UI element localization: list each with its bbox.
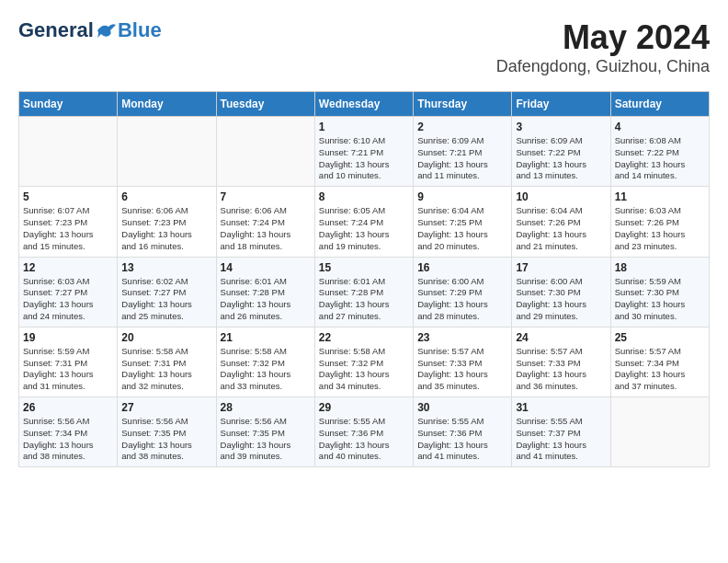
calendar-cell: 24Sunrise: 5:57 AM Sunset: 7:33 PM Dayli… <box>512 327 610 396</box>
cell-info: Sunrise: 5:59 AM Sunset: 7:30 PM Dayligh… <box>615 276 705 323</box>
day-number: 15 <box>319 261 409 274</box>
calendar-cell: 5Sunrise: 6:07 AM Sunset: 7:23 PM Daylig… <box>19 187 118 257</box>
day-number: 7 <box>221 190 311 203</box>
calendar-cell: 10Sunrise: 6:04 AM Sunset: 7:26 PM Dayli… <box>512 187 610 257</box>
day-number: 4 <box>615 121 705 133</box>
calendar-cell: 6Sunrise: 6:06 AM Sunset: 7:23 PM Daylig… <box>118 187 216 257</box>
calendar-cell: 17Sunrise: 6:00 AM Sunset: 7:30 PM Dayli… <box>512 257 610 327</box>
cell-info: Sunrise: 6:01 AM Sunset: 7:28 PM Dayligh… <box>221 276 311 323</box>
weekday-header-saturday: Saturday <box>610 92 709 117</box>
day-number: 16 <box>417 261 507 274</box>
calendar-cell: 1Sunrise: 6:10 AM Sunset: 7:21 PM Daylig… <box>314 117 413 187</box>
day-number: 26 <box>23 401 113 414</box>
day-number: 28 <box>221 401 311 414</box>
calendar-cell: 20Sunrise: 5:58 AM Sunset: 7:31 PM Dayli… <box>118 327 216 396</box>
cell-info: Sunrise: 5:57 AM Sunset: 7:33 PM Dayligh… <box>516 346 606 393</box>
cell-info: Sunrise: 5:59 AM Sunset: 7:31 PM Dayligh… <box>23 346 113 393</box>
calendar-cell: 4Sunrise: 6:08 AM Sunset: 7:22 PM Daylig… <box>610 117 709 187</box>
logo: General Blue <box>18 18 162 42</box>
cell-info: Sunrise: 6:08 AM Sunset: 7:22 PM Dayligh… <box>615 135 705 182</box>
calendar-title: May 2024 <box>496 18 710 57</box>
cell-info: Sunrise: 5:56 AM Sunset: 7:35 PM Dayligh… <box>121 416 211 463</box>
day-number: 3 <box>516 121 606 133</box>
calendar-week-row: 12Sunrise: 6:03 AM Sunset: 7:27 PM Dayli… <box>19 257 710 327</box>
calendar-cell: 12Sunrise: 6:03 AM Sunset: 7:27 PM Dayli… <box>19 257 118 327</box>
weekday-header-wednesday: Wednesday <box>314 92 413 117</box>
calendar-cell: 18Sunrise: 5:59 AM Sunset: 7:30 PM Dayli… <box>610 257 709 327</box>
weekday-header-friday: Friday <box>512 92 610 117</box>
calendar-cell: 27Sunrise: 5:56 AM Sunset: 7:35 PM Dayli… <box>118 397 216 467</box>
calendar-cell: 22Sunrise: 5:58 AM Sunset: 7:32 PM Dayli… <box>314 327 413 396</box>
cell-info: Sunrise: 5:55 AM Sunset: 7:36 PM Dayligh… <box>319 416 409 463</box>
calendar-cell: 13Sunrise: 6:02 AM Sunset: 7:27 PM Dayli… <box>118 257 216 327</box>
logo-general-text: General <box>18 18 94 42</box>
cell-info: Sunrise: 6:04 AM Sunset: 7:25 PM Dayligh… <box>417 205 507 252</box>
calendar-location: Dafengdong, Guizhou, China <box>496 57 710 76</box>
day-number: 19 <box>23 331 113 344</box>
calendar-week-row: 19Sunrise: 5:59 AM Sunset: 7:31 PM Dayli… <box>19 327 710 396</box>
day-number: 17 <box>516 261 606 274</box>
cell-info: Sunrise: 6:10 AM Sunset: 7:21 PM Dayligh… <box>319 135 409 182</box>
calendar-cell: 3Sunrise: 6:09 AM Sunset: 7:22 PM Daylig… <box>512 117 610 187</box>
day-number: 13 <box>121 261 211 274</box>
calendar-cell: 11Sunrise: 6:03 AM Sunset: 7:26 PM Dayli… <box>610 187 709 257</box>
calendar-cell <box>216 117 314 187</box>
calendar-cell: 28Sunrise: 5:56 AM Sunset: 7:35 PM Dayli… <box>216 397 314 467</box>
weekday-header-tuesday: Tuesday <box>216 92 314 117</box>
calendar-cell: 23Sunrise: 5:57 AM Sunset: 7:33 PM Dayli… <box>414 327 512 396</box>
cell-info: Sunrise: 6:04 AM Sunset: 7:26 PM Dayligh… <box>516 205 606 252</box>
day-number: 22 <box>319 331 409 344</box>
day-number: 10 <box>516 190 606 203</box>
calendar-cell <box>19 117 118 187</box>
cell-info: Sunrise: 6:01 AM Sunset: 7:28 PM Dayligh… <box>319 276 409 323</box>
day-number: 11 <box>615 190 705 203</box>
day-number: 9 <box>417 190 507 203</box>
cell-info: Sunrise: 5:58 AM Sunset: 7:32 PM Dayligh… <box>221 346 311 393</box>
day-number: 21 <box>221 331 311 344</box>
cell-info: Sunrise: 6:03 AM Sunset: 7:26 PM Dayligh… <box>615 205 705 252</box>
day-number: 2 <box>417 121 507 133</box>
calendar-cell <box>118 117 216 187</box>
day-number: 29 <box>319 401 409 414</box>
day-number: 1 <box>319 121 409 133</box>
calendar-cell: 19Sunrise: 5:59 AM Sunset: 7:31 PM Dayli… <box>19 327 118 396</box>
day-number: 23 <box>417 331 507 344</box>
weekday-header-row: SundayMondayTuesdayWednesdayThursdayFrid… <box>19 92 710 117</box>
cell-info: Sunrise: 5:55 AM Sunset: 7:37 PM Dayligh… <box>516 416 606 463</box>
calendar-week-row: 26Sunrise: 5:56 AM Sunset: 7:34 PM Dayli… <box>19 397 710 467</box>
calendar-cell: 29Sunrise: 5:55 AM Sunset: 7:36 PM Dayli… <box>314 397 413 467</box>
calendar-cell: 30Sunrise: 5:55 AM Sunset: 7:36 PM Dayli… <box>414 397 512 467</box>
day-number: 6 <box>121 190 211 203</box>
day-number: 30 <box>417 401 507 414</box>
calendar-cell: 26Sunrise: 5:56 AM Sunset: 7:34 PM Dayli… <box>19 397 118 467</box>
cell-info: Sunrise: 6:00 AM Sunset: 7:30 PM Dayligh… <box>516 276 606 323</box>
calendar-cell: 25Sunrise: 5:57 AM Sunset: 7:34 PM Dayli… <box>610 327 709 396</box>
calendar-cell: 9Sunrise: 6:04 AM Sunset: 7:25 PM Daylig… <box>414 187 512 257</box>
calendar-cell: 21Sunrise: 5:58 AM Sunset: 7:32 PM Dayli… <box>216 327 314 396</box>
cell-info: Sunrise: 6:09 AM Sunset: 7:22 PM Dayligh… <box>516 135 606 182</box>
day-number: 8 <box>319 190 409 203</box>
day-number: 12 <box>23 261 113 274</box>
calendar-cell: 16Sunrise: 6:00 AM Sunset: 7:29 PM Dayli… <box>414 257 512 327</box>
day-number: 20 <box>121 331 211 344</box>
page-header: General Blue May 2024 Dafengdong, Guizho… <box>18 18 710 76</box>
cell-info: Sunrise: 6:09 AM Sunset: 7:21 PM Dayligh… <box>417 135 507 182</box>
calendar-cell: 14Sunrise: 6:01 AM Sunset: 7:28 PM Dayli… <box>216 257 314 327</box>
calendar-cell: 7Sunrise: 6:06 AM Sunset: 7:24 PM Daylig… <box>216 187 314 257</box>
cell-info: Sunrise: 5:57 AM Sunset: 7:34 PM Dayligh… <box>615 346 705 393</box>
cell-info: Sunrise: 6:07 AM Sunset: 7:23 PM Dayligh… <box>23 205 113 252</box>
calendar-cell <box>610 397 709 467</box>
day-number: 5 <box>23 190 113 203</box>
weekday-header-sunday: Sunday <box>19 92 118 117</box>
cell-info: Sunrise: 5:58 AM Sunset: 7:31 PM Dayligh… <box>121 346 211 393</box>
calendar-cell: 2Sunrise: 6:09 AM Sunset: 7:21 PM Daylig… <box>414 117 512 187</box>
cell-info: Sunrise: 6:06 AM Sunset: 7:23 PM Dayligh… <box>121 205 211 252</box>
calendar-week-row: 1Sunrise: 6:10 AM Sunset: 7:21 PM Daylig… <box>19 117 710 187</box>
logo-bird-icon <box>96 21 118 40</box>
calendar-week-row: 5Sunrise: 6:07 AM Sunset: 7:23 PM Daylig… <box>19 187 710 257</box>
weekday-header-thursday: Thursday <box>414 92 512 117</box>
cell-info: Sunrise: 6:06 AM Sunset: 7:24 PM Dayligh… <box>221 205 311 252</box>
cell-info: Sunrise: 6:05 AM Sunset: 7:24 PM Dayligh… <box>319 205 409 252</box>
cell-info: Sunrise: 5:56 AM Sunset: 7:34 PM Dayligh… <box>23 416 113 463</box>
logo-blue-text: Blue <box>118 18 162 42</box>
